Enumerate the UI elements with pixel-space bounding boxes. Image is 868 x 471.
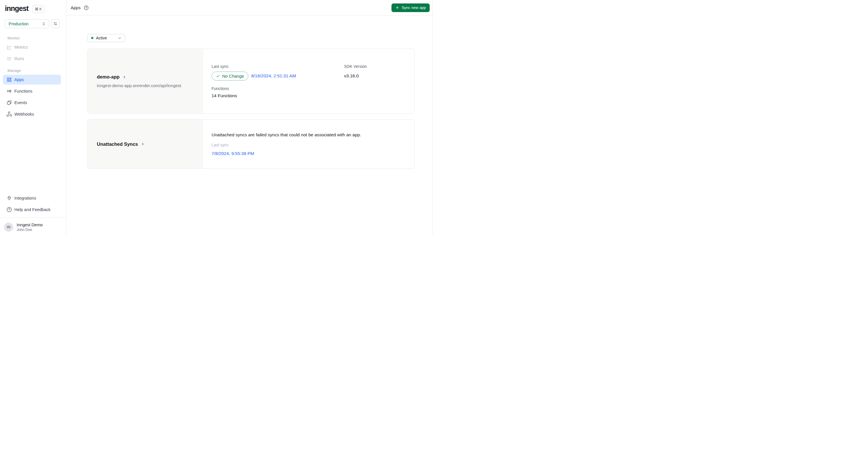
last-sync-label: Last sync: [212, 64, 344, 69]
org-name: Inngest Demo: [17, 222, 42, 228]
command-icon: [35, 7, 38, 11]
sidebar-item-functions[interactable]: Functions: [3, 86, 61, 96]
main-area: Apps Sync new app Active: [66, 0, 434, 235]
app-root: inngest K Production Monito: [0, 0, 434, 235]
functions-label: Functions: [212, 86, 344, 91]
last-sync-time-link[interactable]: 8/16/2024, 2:51:31 AM: [251, 73, 296, 79]
environment-settings-button[interactable]: [51, 19, 60, 28]
logo-row: inngest K: [0, 0, 66, 13]
sidebar-item-label: Runs: [14, 56, 24, 61]
line-chart-icon: [6, 44, 12, 50]
app-name: demo-app: [97, 74, 120, 80]
sidebar-item-label: Help and Feedback: [14, 207, 51, 212]
environment-selector[interactable]: Production: [5, 19, 49, 28]
avatar: IN: [4, 223, 13, 232]
last-sync-label: Last sync: [212, 143, 406, 147]
sidebar-item-runs[interactable]: Runs: [3, 54, 61, 63]
sidebar-item-webhooks[interactable]: Webhooks: [3, 109, 61, 119]
webhook-icon: [6, 111, 12, 117]
user-menu[interactable]: IN Inngest Demo John Doe: [0, 218, 66, 235]
page-title: Apps: [71, 5, 81, 10]
sidebar-footer: Integrations Help and Feedback IN Innges…: [0, 193, 66, 235]
status-filter-value: Active: [96, 36, 118, 40]
unattached-syncs-summary: Unattached Syncs: [88, 120, 203, 169]
user-name: John Doe: [17, 228, 42, 232]
functions-list-icon: [6, 88, 12, 94]
sidebar: inngest K Production Monito: [0, 0, 66, 235]
sidebar-item-label: Integrations: [14, 196, 36, 200]
functions-field: Functions 14 Functions: [212, 86, 344, 98]
events-windows-icon: [6, 100, 12, 106]
environment-value: Production: [9, 22, 28, 26]
app-card-demo-app: demo-app inngest-demo-app.onrender.com/a…: [87, 49, 415, 114]
app-card-details: Last sync No Change 8/16/2024, 2:51:31 A…: [203, 49, 414, 113]
sync-status-badge: No Change: [212, 71, 248, 81]
sidebar-item-integrations[interactable]: Integrations: [3, 193, 61, 203]
runs-list-icon: [6, 56, 12, 62]
sdk-version-field: SDK Version v3.16.0: [344, 64, 406, 81]
app-url: inngest-demo-app.onrender.com/api/innges…: [97, 83, 203, 88]
chevron-down-icon: [118, 36, 122, 40]
sidebar-item-label: Apps: [14, 77, 24, 82]
functions-count: 14 Functions: [212, 93, 344, 98]
inngest-logo: inngest: [5, 5, 28, 13]
unattached-syncs-title-link[interactable]: Unattached Syncs: [97, 142, 203, 147]
sidebar-item-label: Metrics: [14, 45, 28, 50]
sdk-version-label: SDK Version: [344, 64, 406, 69]
app-card-summary: demo-app inngest-demo-app.onrender.com/a…: [88, 49, 203, 113]
last-sync-time-link[interactable]: 7/8/2024, 9:55:39 PM: [212, 151, 406, 156]
sidebar-item-help-feedback[interactable]: Help and Feedback: [3, 205, 61, 214]
check-icon: [216, 74, 220, 78]
sidebar-item-apps[interactable]: Apps: [3, 75, 61, 85]
environment-row: Production: [0, 13, 66, 28]
sidebar-item-label: Functions: [14, 89, 32, 93]
unfold-chevrons-icon: [41, 22, 46, 26]
help-circle-icon: [6, 207, 12, 212]
topbar: Apps Sync new app: [66, 0, 434, 16]
apps-category-icon: [6, 77, 12, 83]
sliders-icon: [53, 21, 58, 26]
page-help-icon[interactable]: [84, 5, 89, 10]
plus-icon: [395, 5, 400, 10]
sync-new-app-label: Sync new app: [402, 5, 426, 10]
last-sync-field: Last sync No Change 8/16/2024, 2:51:31 A…: [212, 64, 344, 81]
sync-new-app-button[interactable]: Sync new app: [392, 3, 430, 12]
sidebar-item-label: Events: [14, 100, 27, 105]
unattached-syncs-title: Unattached Syncs: [97, 142, 138, 147]
nav-section-manage: Manage: [7, 69, 66, 73]
sidebar-item-metrics[interactable]: Metrics: [3, 42, 61, 52]
sync-status-label: No Change: [222, 73, 244, 79]
unattached-syncs-details: Unattached syncs are failed syncs that c…: [203, 120, 414, 169]
unattached-syncs-description: Unattached syncs are failed syncs that c…: [212, 132, 406, 138]
active-status-dot-icon: [91, 37, 93, 39]
apps-content: Active demo-app inngest-demo-app.onrende…: [66, 16, 434, 175]
shortcut-key-label: K: [39, 7, 42, 11]
scrollbar-gutter: [433, 0, 433, 235]
chevron-right-icon: [122, 75, 126, 79]
sdk-version-value: v3.16.0: [344, 73, 359, 79]
command-k-shortcut[interactable]: K: [32, 5, 44, 13]
nav-section-monitor: Monitor: [7, 36, 66, 40]
chevron-right-icon: [141, 142, 145, 146]
sidebar-nav: Monitor Metrics Runs Manage Apps: [0, 28, 66, 121]
unattached-syncs-card: Unattached Syncs Unattached syncs are fa…: [87, 119, 415, 169]
status-filter-dropdown[interactable]: Active: [87, 34, 125, 42]
plug-icon: [6, 195, 12, 201]
sidebar-item-label: Webhooks: [14, 112, 34, 116]
app-title-link[interactable]: demo-app: [97, 74, 203, 80]
sidebar-item-events[interactable]: Events: [3, 98, 61, 108]
